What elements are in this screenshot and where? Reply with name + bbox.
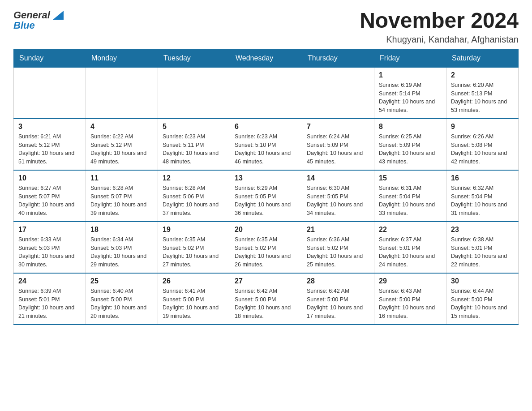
day-number: 14 — [307, 174, 369, 182]
calendar-title: November 2024 — [360, 9, 519, 33]
day-info: Sunrise: 6:40 AMSunset: 5:00 PMDaylight:… — [90, 287, 153, 321]
week-row-3: 10Sunrise: 6:27 AMSunset: 5:07 PMDayligh… — [14, 170, 519, 222]
day-cell: 28Sunrise: 6:42 AMSunset: 5:00 PMDayligh… — [302, 273, 374, 325]
week-row-2: 3Sunrise: 6:21 AMSunset: 5:12 PMDaylight… — [14, 119, 519, 170]
day-cell: 3Sunrise: 6:21 AMSunset: 5:12 PMDaylight… — [14, 119, 86, 170]
week-row-1: 1Sunrise: 6:19 AMSunset: 5:14 PMDaylight… — [14, 67, 519, 119]
svg-marker-0 — [53, 11, 64, 20]
day-cell: 14Sunrise: 6:30 AMSunset: 5:05 PMDayligh… — [302, 170, 374, 222]
day-number: 25 — [90, 277, 153, 285]
day-number: 6 — [235, 123, 297, 131]
day-info: Sunrise: 6:33 AMSunset: 5:03 PMDaylight:… — [18, 235, 81, 269]
day-info: Sunrise: 6:25 AMSunset: 5:09 PMDaylight:… — [379, 133, 442, 166]
day-info: Sunrise: 6:26 AMSunset: 5:08 PMDaylight:… — [451, 133, 514, 166]
day-number: 11 — [90, 174, 153, 182]
day-cell: 18Sunrise: 6:34 AMSunset: 5:03 PMDayligh… — [86, 222, 158, 273]
day-number: 20 — [235, 226, 297, 234]
day-number: 17 — [18, 226, 81, 234]
day-info: Sunrise: 6:22 AMSunset: 5:12 PMDaylight:… — [90, 133, 153, 166]
day-info: Sunrise: 6:20 AMSunset: 5:13 PMDaylight:… — [451, 81, 514, 115]
day-number: 8 — [379, 123, 442, 131]
day-cell: 13Sunrise: 6:29 AMSunset: 5:05 PMDayligh… — [230, 170, 302, 222]
weekday-header-row: SundayMondayTuesdayWednesdayThursdayFrid… — [14, 49, 519, 67]
day-info: Sunrise: 6:36 AMSunset: 5:02 PMDaylight:… — [307, 235, 369, 269]
day-info: Sunrise: 6:35 AMSunset: 5:02 PMDaylight:… — [235, 235, 297, 269]
day-number: 24 — [18, 277, 81, 285]
calendar-subtitle: Khugyani, Kandahar, Afghanistan — [360, 34, 519, 45]
weekday-header-monday: Monday — [86, 49, 158, 67]
day-info: Sunrise: 6:35 AMSunset: 5:02 PMDaylight:… — [163, 235, 225, 269]
day-cell — [14, 67, 86, 119]
page-header: General Blue November 2024 Khugyani, Kan… — [13, 9, 519, 45]
day-number: 1 — [379, 71, 442, 79]
day-cell: 17Sunrise: 6:33 AMSunset: 5:03 PMDayligh… — [14, 222, 86, 273]
day-cell: 23Sunrise: 6:38 AMSunset: 5:01 PMDayligh… — [446, 222, 519, 273]
day-cell: 1Sunrise: 6:19 AMSunset: 5:14 PMDaylight… — [374, 67, 446, 119]
day-cell: 9Sunrise: 6:26 AMSunset: 5:08 PMDaylight… — [446, 119, 519, 170]
week-row-4: 17Sunrise: 6:33 AMSunset: 5:03 PMDayligh… — [14, 222, 519, 273]
day-cell: 15Sunrise: 6:31 AMSunset: 5:04 PMDayligh… — [374, 170, 446, 222]
day-number: 29 — [379, 277, 442, 285]
day-cell: 10Sunrise: 6:27 AMSunset: 5:07 PMDayligh… — [14, 170, 86, 222]
day-cell: 2Sunrise: 6:20 AMSunset: 5:13 PMDaylight… — [446, 67, 519, 119]
day-info: Sunrise: 6:27 AMSunset: 5:07 PMDaylight:… — [18, 184, 81, 218]
day-number: 13 — [235, 174, 297, 182]
day-info: Sunrise: 6:44 AMSunset: 5:00 PMDaylight:… — [451, 287, 514, 321]
day-number: 5 — [163, 123, 225, 131]
day-number: 4 — [90, 123, 153, 131]
day-cell: 20Sunrise: 6:35 AMSunset: 5:02 PMDayligh… — [230, 222, 302, 273]
day-info: Sunrise: 6:28 AMSunset: 5:07 PMDaylight:… — [90, 184, 153, 218]
day-info: Sunrise: 6:37 AMSunset: 5:01 PMDaylight:… — [379, 235, 442, 269]
day-number: 7 — [307, 123, 369, 131]
day-cell: 11Sunrise: 6:28 AMSunset: 5:07 PMDayligh… — [86, 170, 158, 222]
day-number: 28 — [307, 277, 369, 285]
day-cell — [158, 67, 230, 119]
day-number: 23 — [451, 226, 514, 234]
day-cell: 5Sunrise: 6:23 AMSunset: 5:11 PMDaylight… — [158, 119, 230, 170]
day-number: 26 — [163, 277, 225, 285]
day-number: 9 — [451, 123, 514, 131]
calendar-table: SundayMondayTuesdayWednesdayThursdayFrid… — [13, 49, 519, 325]
day-cell: 4Sunrise: 6:22 AMSunset: 5:12 PMDaylight… — [86, 119, 158, 170]
weekday-header-thursday: Thursday — [302, 49, 374, 67]
day-number: 12 — [163, 174, 225, 182]
day-info: Sunrise: 6:23 AMSunset: 5:11 PMDaylight:… — [163, 133, 225, 166]
weekday-header-tuesday: Tuesday — [158, 49, 230, 67]
day-info: Sunrise: 6:29 AMSunset: 5:05 PMDaylight:… — [235, 184, 297, 218]
logo-blue-text: Blue — [13, 20, 64, 31]
day-number: 27 — [235, 277, 297, 285]
day-cell: 22Sunrise: 6:37 AMSunset: 5:01 PMDayligh… — [374, 222, 446, 273]
logo: General Blue — [13, 9, 64, 31]
weekday-header-wednesday: Wednesday — [230, 49, 302, 67]
day-info: Sunrise: 6:21 AMSunset: 5:12 PMDaylight:… — [18, 133, 81, 166]
day-cell — [230, 67, 302, 119]
week-row-5: 24Sunrise: 6:39 AMSunset: 5:01 PMDayligh… — [14, 273, 519, 325]
day-info: Sunrise: 6:28 AMSunset: 5:06 PMDaylight:… — [163, 184, 225, 218]
day-info: Sunrise: 6:39 AMSunset: 5:01 PMDaylight:… — [18, 287, 81, 321]
day-number: 18 — [90, 226, 153, 234]
day-cell — [86, 67, 158, 119]
day-number: 15 — [379, 174, 442, 182]
day-info: Sunrise: 6:31 AMSunset: 5:04 PMDaylight:… — [379, 184, 442, 218]
day-info: Sunrise: 6:30 AMSunset: 5:05 PMDaylight:… — [307, 184, 369, 218]
day-cell: 16Sunrise: 6:32 AMSunset: 5:04 PMDayligh… — [446, 170, 519, 222]
day-cell: 29Sunrise: 6:43 AMSunset: 5:00 PMDayligh… — [374, 273, 446, 325]
day-cell: 27Sunrise: 6:42 AMSunset: 5:00 PMDayligh… — [230, 273, 302, 325]
day-number: 3 — [18, 123, 81, 131]
day-number: 22 — [379, 226, 442, 234]
day-cell: 26Sunrise: 6:41 AMSunset: 5:00 PMDayligh… — [158, 273, 230, 325]
title-section: November 2024 Khugyani, Kandahar, Afghan… — [360, 9, 519, 45]
day-cell: 8Sunrise: 6:25 AMSunset: 5:09 PMDaylight… — [374, 119, 446, 170]
day-cell: 21Sunrise: 6:36 AMSunset: 5:02 PMDayligh… — [302, 222, 374, 273]
day-info: Sunrise: 6:43 AMSunset: 5:00 PMDaylight:… — [379, 287, 442, 321]
weekday-header-sunday: Sunday — [14, 49, 86, 67]
day-cell: 25Sunrise: 6:40 AMSunset: 5:00 PMDayligh… — [86, 273, 158, 325]
day-number: 10 — [18, 174, 81, 182]
day-info: Sunrise: 6:41 AMSunset: 5:00 PMDaylight:… — [163, 287, 225, 321]
day-info: Sunrise: 6:23 AMSunset: 5:10 PMDaylight:… — [235, 133, 297, 166]
day-cell: 7Sunrise: 6:24 AMSunset: 5:09 PMDaylight… — [302, 119, 374, 170]
day-info: Sunrise: 6:24 AMSunset: 5:09 PMDaylight:… — [307, 133, 369, 166]
day-number: 16 — [451, 174, 514, 182]
day-info: Sunrise: 6:19 AMSunset: 5:14 PMDaylight:… — [379, 81, 442, 115]
day-number: 19 — [163, 226, 225, 234]
